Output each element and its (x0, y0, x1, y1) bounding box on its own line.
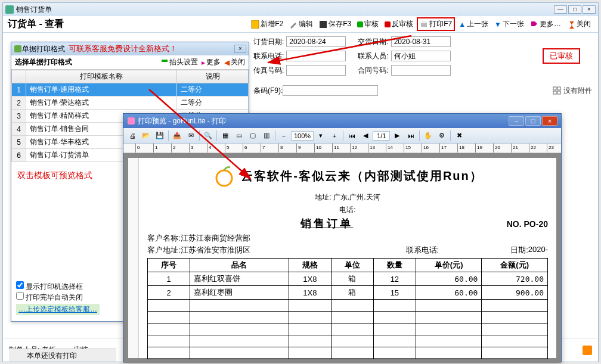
print-date-label: 日期: (510, 245, 528, 256)
print-button[interactable]: 打印F7 (417, 17, 455, 31)
print-printer-icon[interactable]: 🖨 (126, 130, 139, 142)
delivery-date-input[interactable] (391, 36, 451, 47)
save-button[interactable]: 保存F3 (317, 18, 354, 30)
minimize-button[interactable]: — (554, 5, 567, 14)
main-titlebar: 销售订货单 — □ × (3, 3, 598, 16)
contract-no-input[interactable] (391, 65, 451, 76)
not-printed-label: 本单还没有打印 (9, 349, 116, 362)
header-settings-button[interactable]: 抬头设置 (161, 57, 198, 67)
hand-icon[interactable]: ✋ (422, 130, 435, 142)
preview-maximize[interactable]: □ (525, 116, 541, 126)
prev-page-icon[interactable]: ◀ (359, 130, 372, 142)
template-row[interactable]: 2销售订单·荣达格式二等分 (12, 97, 249, 110)
preview-window-title: 打印预览 - goRunLite - 打印 (138, 116, 226, 126)
down-arrow-icon: ▼ (494, 20, 501, 29)
find-icon[interactable]: 🔍 (202, 130, 215, 142)
zoom-2page-icon[interactable]: ▥ (260, 130, 273, 142)
preview-close[interactable]: × (542, 116, 557, 126)
print-table-row (148, 312, 548, 323)
cust-addr-label: 客户地址: (147, 245, 181, 256)
contact-tel-label: 联系电话: (406, 245, 439, 256)
zoom-100-icon[interactable]: ▢ (246, 130, 259, 142)
header-icon (161, 59, 168, 66)
maximize-button[interactable]: □ (568, 5, 581, 14)
save-icon (319, 20, 327, 29)
close-button[interactable]: × (583, 5, 596, 14)
prev-button[interactable]: ▲上一张 (456, 18, 491, 30)
template-close-btn2[interactable]: ◀关闭 (224, 57, 245, 67)
print-format-icon (14, 45, 22, 53)
svg-rect-3 (421, 23, 427, 27)
print-table: 序号品名规格单位数量单价(元)金额(元) 1嘉利红双喜饼1X8箱1260.007… (147, 258, 548, 359)
zoom-dropdown-icon[interactable]: ▾ (314, 130, 327, 142)
fax-label: 传真号码: (253, 66, 284, 76)
template-red-hint: 可联系客服免费设计全新格式！ (69, 43, 177, 54)
delivery-date-label: 交货日期: (358, 37, 388, 47)
template-toolbar: 选择单据打印格式 抬头设置 ▸更多 ◀关闭 (11, 55, 249, 70)
approved-stamp: 已审核 (543, 48, 580, 64)
tel-label: 电话: (339, 206, 355, 214)
save-icon-2[interactable]: 💾 (153, 130, 166, 142)
barcode-input[interactable] (283, 85, 378, 96)
main-window-title: 销售订货单 (16, 5, 52, 15)
grid-icon (553, 86, 561, 95)
close-form-button[interactable]: 关闭 (565, 18, 593, 30)
print-icon (420, 20, 428, 29)
svg-rect-8 (557, 91, 560, 94)
template-more-button[interactable]: ▸更多 (202, 57, 221, 67)
new-button[interactable]: 新增F2 (249, 18, 286, 30)
template-row[interactable]: 1销售订单·通用格式二等分 (12, 83, 249, 97)
close-preview-icon[interactable]: ✖ (453, 130, 466, 142)
export-icon[interactable]: 📤 (171, 130, 184, 142)
mail-icon[interactable]: ✉ (184, 130, 197, 142)
preview-ruler-h (123, 144, 561, 153)
audit-button[interactable]: 审核 (355, 18, 381, 30)
next-button[interactable]: ▼下一张 (492, 18, 526, 30)
company-logo-icon (212, 164, 236, 188)
print-table-row (148, 300, 548, 312)
zoom-width-icon[interactable]: ▭ (233, 130, 246, 142)
company-address: 广东.广州.天河 (333, 193, 380, 201)
fax-input[interactable] (286, 65, 346, 76)
edit-icon (289, 20, 298, 29)
upload-template-link[interactable]: …上传选定模板给客服… (16, 304, 100, 315)
zoom-value[interactable]: 100% (291, 131, 314, 141)
print-table-row (148, 335, 548, 347)
cust-addr: 江苏省淮安市淮阴区 (181, 245, 250, 256)
settings-icon[interactable]: ⚙ (435, 130, 448, 142)
zoom-in-icon[interactable]: + (328, 130, 341, 142)
svg-rect-0 (5, 5, 14, 14)
doc-title: 销售订单 (300, 216, 353, 231)
svg-point-12 (216, 170, 232, 186)
unaudit-button[interactable]: 反审核 (382, 18, 416, 30)
contact-phone-input[interactable] (286, 51, 346, 61)
print-date: 2020- (528, 245, 548, 256)
audit-icon (357, 21, 363, 27)
preview-minimize[interactable]: – (509, 116, 524, 126)
zoom-out-icon[interactable]: − (277, 130, 290, 142)
more-icon (530, 20, 538, 29)
contact-person-label: 联系人员: (358, 51, 388, 61)
svg-rect-4 (422, 21, 426, 23)
open-icon[interactable]: 📂 (140, 130, 153, 142)
template-col-desc: 说明 (177, 70, 249, 83)
next-page-icon[interactable]: ▶ (391, 130, 404, 142)
contact-person-input[interactable] (391, 51, 451, 61)
page-number: 1/1 (373, 131, 390, 141)
print-preview-window: 打印预览 - goRunLite - 打印 – □ × 🖨 📂 💾 📤 ✉ 🔍 … (123, 113, 562, 362)
new-icon (251, 20, 259, 29)
edit-button[interactable]: 编辑 (287, 18, 315, 30)
template-close-button[interactable]: × (234, 45, 246, 53)
cust-name-label: 客户名称: (147, 233, 181, 244)
more-button[interactable]: 更多… (528, 18, 563, 30)
first-page-icon[interactable]: ⏮ (345, 130, 358, 142)
order-date-label: 订货日期: (253, 37, 284, 47)
last-page-icon[interactable]: ⏭ (404, 130, 417, 142)
page-title: 订货单 - 查看 (8, 18, 64, 30)
rss-icon[interactable] (583, 346, 592, 355)
no-attachment[interactable]: 没有附件 (553, 86, 592, 96)
preview-titlebar: 打印预览 - goRunLite - 打印 – □ × (123, 114, 561, 128)
zoom-whole-icon[interactable]: ▦ (219, 130, 232, 142)
order-date-input[interactable] (286, 36, 346, 47)
svg-rect-9 (14, 45, 21, 52)
